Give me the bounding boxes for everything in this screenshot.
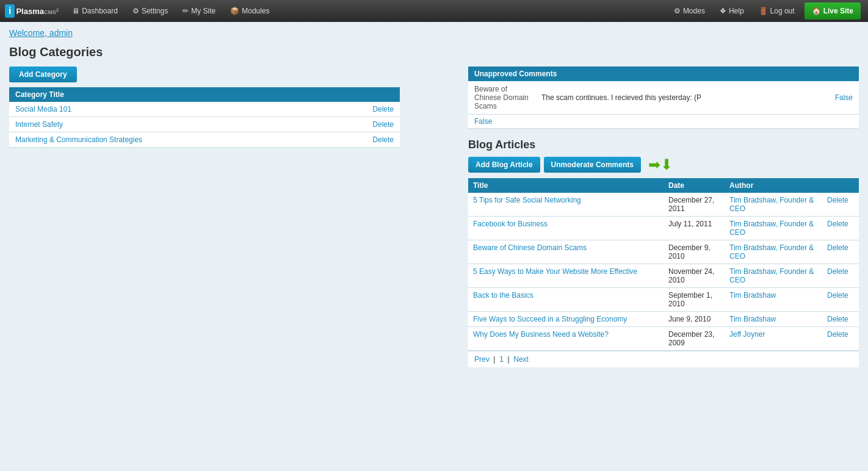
table-row: Why Does My Business Need a Website? Dec… [468, 327, 859, 351]
table-row: Beware of Chinese Domain Scams The scam … [468, 81, 859, 115]
article-title-link[interactable]: Beware of Chinese Domain Scams [473, 243, 587, 252]
help-icon: ❖ [720, 7, 726, 15]
category-table: Social Media 101 Delete Internet Safety … [9, 102, 400, 148]
nav-settings[interactable]: ⚙ Settings [125, 0, 175, 22]
article-delete-link[interactable]: Delete [822, 312, 859, 327]
category-delete-link[interactable]: Delete [324, 132, 400, 148]
category-delete-link[interactable]: Delete [324, 102, 400, 117]
category-title-link[interactable]: Social Media 101 [15, 105, 71, 113]
article-date: December 23, 2009 [664, 327, 725, 351]
article-title-link[interactable]: Five Ways to Succeed in a Struggling Eco… [473, 315, 627, 323]
article-delete-link[interactable]: Delete [822, 327, 859, 351]
article-date: June 9, 2010 [664, 312, 725, 327]
live-site-button[interactable]: 🏠 Live Site [805, 2, 861, 20]
article-author-link[interactable]: Tim Bradshaw, Founder & CEO [729, 243, 814, 261]
comment-text: The scam continues. I recieved this yest… [535, 81, 811, 115]
modes-icon: ⚙ [674, 7, 681, 15]
nav-help[interactable]: ❖ Help [712, 0, 751, 22]
articles-table: Title Date Author 5 Tips for Safe Social… [468, 178, 859, 351]
unapproved-header: Unapproved Comments [468, 67, 859, 81]
category-table-container: Category Title Social Media 101 Delete I… [9, 87, 400, 148]
pagination-prev[interactable]: Prev [474, 355, 490, 364]
home-icon: 🏠 [812, 7, 821, 15]
blog-actions: Add Blog Article Unmoderate Comments ➡⬇ [468, 156, 859, 173]
table-row: 5 Tips for Safe Social Networking Decemb… [468, 193, 859, 217]
article-author-link[interactable]: Tim Bradshaw, Founder & CEO [729, 196, 814, 213]
add-category-button[interactable]: Add Category [9, 67, 77, 82]
article-title-link[interactable]: Facebook for Business [473, 220, 548, 228]
nav-modules[interactable]: 📦 Modules [223, 0, 277, 22]
col-date: Date [664, 178, 725, 193]
left-panel: Add Category Category Title Social Media… [9, 67, 400, 148]
nav-dashboard[interactable]: 🖥 Dashboard [65, 0, 125, 22]
article-author-link[interactable]: Jeff Joyner [729, 330, 765, 339]
article-author-link[interactable]: Tim Bradshaw [729, 291, 776, 300]
table-row: Beware of Chinese Domain Scams December … [468, 240, 859, 264]
modules-icon: 📦 [230, 7, 239, 15]
col-author: Author [725, 178, 822, 193]
add-blog-article-button[interactable]: Add Blog Article [468, 157, 540, 173]
nav-mysite[interactable]: ✏ My Site [175, 0, 223, 22]
pagination-current[interactable]: 1 [499, 355, 504, 364]
pagination-next[interactable]: Next [513, 355, 529, 364]
settings-icon: ⚙ [132, 7, 139, 15]
false-standalone-link[interactable]: False [468, 115, 859, 129]
article-delete-link[interactable]: Delete [822, 264, 859, 288]
dashboard-icon: 🖥 [72, 7, 79, 15]
article-delete-link[interactable]: Delete [822, 217, 859, 240]
article-title-link[interactable]: Back to the Basics [473, 291, 533, 300]
arrow-down-icon: ➡⬇ [648, 156, 673, 173]
article-title-link[interactable]: 5 Tips for Safe Social Networking [473, 196, 581, 204]
nav-right: ⚙ Modes ❖ Help 🚪 Log out 🏠 Live Site [667, 0, 863, 22]
table-row: Back to the Basics September 1, 2010 Tim… [468, 288, 859, 312]
category-title-link[interactable]: Internet Safety [15, 120, 63, 129]
article-date: July 11, 2011 [664, 217, 725, 240]
top-navigation: i PlasmaCMS2 🖥 Dashboard ⚙ Settings ✏ My… [0, 0, 868, 22]
article-delete-link[interactable]: Delete [822, 240, 859, 264]
nav-logout[interactable]: 🚪 Log out [751, 0, 802, 22]
article-author-link[interactable]: Tim Bradshaw, Founder & CEO [729, 267, 814, 284]
article-author-link[interactable]: Tim Bradshaw, Founder & CEO [729, 220, 814, 237]
comment-article: Beware of Chinese Domain Scams [468, 81, 535, 115]
right-panel: Unapproved Comments Beware of Chinese Do… [468, 67, 859, 367]
table-row: Five Ways to Succeed in a Struggling Eco… [468, 312, 859, 327]
mysite-icon: ✏ [183, 7, 189, 15]
article-date: December 27, 2011 [664, 193, 725, 217]
welcome-text[interactable]: Welcome, admin [9, 28, 859, 38]
category-title-link[interactable]: Marketing & Communication Strategies [15, 135, 142, 144]
unapproved-table: Beware of Chinese Domain Scams The scam … [468, 81, 859, 115]
logo-i-box: i [5, 4, 15, 18]
article-date: November 24, 2010 [664, 264, 725, 288]
page-title: Blog Categories [9, 45, 859, 59]
comment-false-link[interactable]: False [811, 81, 859, 115]
two-column-layout: Add Category Category Title Social Media… [9, 67, 859, 367]
category-table-header: Category Title [9, 87, 400, 102]
table-row: Social Media 101 Delete [9, 102, 400, 117]
unapproved-comments-section: Unapproved Comments Beware of Chinese Do… [468, 67, 859, 129]
blog-articles-title: Blog Articles [468, 138, 859, 151]
article-title-link[interactable]: 5 Easy Ways to Make Your Website More Ef… [473, 267, 637, 276]
category-delete-link[interactable]: Delete [324, 117, 400, 132]
article-date: September 1, 2010 [664, 288, 725, 312]
article-date: December 9, 2010 [664, 240, 725, 264]
content-area: Welcome, admin Blog Categories Add Categ… [0, 22, 868, 471]
col-title: Title [468, 178, 664, 193]
article-delete-link[interactable]: Delete [822, 193, 859, 217]
article-delete-link[interactable]: Delete [822, 288, 859, 312]
pagination: Prev | 1 | Next [468, 351, 859, 367]
col-action [822, 178, 859, 193]
table-row: Facebook for Business July 11, 2011 Tim … [468, 217, 859, 240]
logo-text: PlasmaCMS2 [16, 7, 59, 16]
table-row: 5 Easy Ways to Make Your Website More Ef… [468, 264, 859, 288]
unmoderate-comments-button[interactable]: Unmoderate Comments [544, 157, 641, 173]
logout-icon: 🚪 [759, 7, 768, 15]
table-row: Marketing & Communication Strategies Del… [9, 132, 400, 148]
logo[interactable]: i PlasmaCMS2 [5, 4, 59, 18]
nav-modes[interactable]: ⚙ Modes [667, 0, 712, 22]
article-author-link[interactable]: Tim Bradshaw [729, 315, 776, 323]
table-row: Internet Safety Delete [9, 117, 400, 132]
article-title-link[interactable]: Why Does My Business Need a Website? [473, 330, 609, 339]
